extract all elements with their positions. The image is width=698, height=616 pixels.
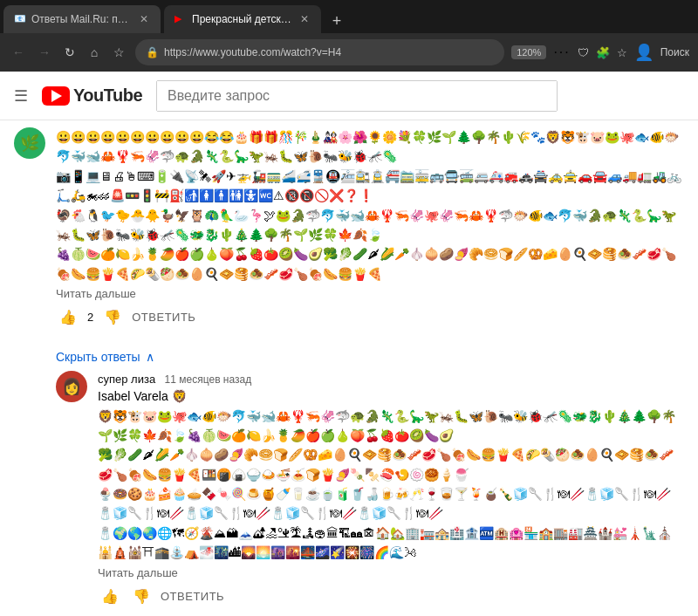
top-comment-emoji-row-2: 📷📱💻🖥🖨🖱⌨🔋🔌📡🛰🚀✈🚁🚂🚃🚄🚅🚆🚇🚈🚉🚊🚝🚞🚋🚌🚍🚎🚐🚑🚒🚓🚔🚕🚖🚗🚘🚙🚚… — [56, 167, 684, 206]
home-button[interactable]: ⌂ — [86, 42, 103, 63]
search-bar[interactable] — [156, 80, 558, 112]
tab-label-1: Ответы Mail.Ru: переход по с... — [31, 13, 133, 25]
reply-1-actions: 👍 👎 ОТВЕТИТЬ — [98, 585, 684, 608]
star-icon: ☆ — [617, 46, 627, 59]
tab-label-2: Прекрасный детский фильм ... — [192, 13, 293, 25]
tab-favicon-2: ▶ — [174, 13, 187, 25]
reply-1-header: супер лиза 11 месяцев назад — [98, 371, 684, 387]
url-text: https://www.youtube.com/watch?v=H4 — [164, 46, 494, 58]
reply-1-dislike-button[interactable]: 👎 — [129, 585, 154, 608]
top-comment-actions: 👍 2 👎 ОТВЕТИТЬ — [56, 305, 684, 329]
hide-replies-button[interactable]: Скрыть ответы ∧ — [14, 343, 684, 371]
hide-replies-label: Скрыть ответы — [56, 350, 140, 364]
reply-1-emoji-row-2: 🥦🥬🥒🌶🌽🥕🧄🧅🥔🍠🥐🥯🍞🥖🥨🧀🥚🍳🧇🥞🧆🥓🥩🍗🍖🌭🍔🍟🍕🌮🌯🥙🧆🥚🍳🧇🥞🧆🥓🥩… — [98, 445, 684, 484]
tab-favicon-1: 📧 — [14, 13, 26, 25]
reply-1-author: супер лиза — [98, 373, 155, 386]
thumbs-down-icon: 👎 — [133, 588, 150, 605]
top-comment-like-button[interactable]: 👍 — [56, 305, 80, 329]
thumbs-down-icon: 👎 — [104, 309, 121, 325]
comments-section: 🌿 😀😀😀😀😀😀😀😀😀😀😂😂🎂🎁🎁🎊🎋🎍🎎🌸🌺🌻🌼💐🍀🌿🌱🌲🌳🌴🌵🌾🐾🦁🐯🐮🐷🐸… — [0, 120, 698, 616]
top-comment: 🌿 😀😀😀😀😀😀😀😀😀😀😂😂🎂🎁🎁🎊🎋🎍🎎🌸🌺🌻🌼💐🍀🌿🌱🌲🌳🌴🌵🌾🐾🦁🐯🐮🐷🐸… — [14, 127, 684, 329]
top-comment-emoji-row-1: 😀😀😀😀😀😀😀😀😀😀😂😂🎂🎁🎁🎊🎋🎍🎎🌸🌺🌻🌼💐🍀🌿🌱🌲🌳🌴🌵🌾🐾🦁🐯🐮🐷🐸🐙🐟… — [56, 127, 684, 167]
youtube-logo-icon — [42, 86, 70, 106]
chevron-up-icon: ∧ — [146, 350, 154, 364]
menu-button[interactable]: ☰ — [14, 86, 28, 106]
youtube-header: ☰ YouTube — [0, 72, 698, 120]
reply-1-content: супер лиза 11 месяцев назад Isabel Varel… — [98, 371, 684, 608]
top-comment-reply-button[interactable]: ОТВЕТИТЬ — [132, 311, 195, 324]
top-comment-read-more[interactable]: Читать дальше — [56, 287, 684, 300]
tab-active[interactable]: ▶ Прекрасный детский фильм ... ✕ — [164, 5, 321, 33]
search-input[interactable] — [157, 81, 557, 111]
reply-1-text-prefix: Isabel Varela 🦁 — [98, 387, 684, 406]
tab-bar: 📧 Ответы Mail.Ru: переход по с... ✕ ▶ Пр… — [0, 0, 698, 33]
top-comment-like-count: 2 — [87, 311, 93, 324]
reply-1-like-button[interactable]: 👍 — [98, 585, 122, 608]
reply-1-emoji-row-4: 🧂🌍🌎🌏🌐🗺🧭🌋⛰🏔🗻🏕🏖🏜🏝🏞🏟🏛🏗🏘🏚🏠🏡🏢🏣🏤🏥🏦🏧🏨🏩🏪🏫🏬🏭🏯🏰💒🗼🗽… — [98, 524, 684, 563]
bookmark-button[interactable]: ☆ — [110, 42, 128, 63]
reply-1-reply-button[interactable]: ОТВЕТИТЬ — [161, 590, 224, 603]
tab-close-2[interactable]: ✕ — [298, 11, 311, 27]
forward-button[interactable]: → — [35, 42, 54, 63]
url-bar[interactable]: 🔒 https://www.youtube.com/watch?v=H4 — [135, 39, 504, 65]
reply-1-avatar: 👩 — [56, 371, 87, 402]
top-comment-emoji-row-3: 🦃🐔🐧🐦🐤🐣🐥🦆🦅🦉🦚🦜🦢🦩🕊🐸🐊🦈🐬🐳🐋🦀🦞🦐🦑🐙🦑🦐🦀🦞🦈🐡🐠🐟🐬🐳🐊🐢🦎🐍… — [56, 206, 684, 245]
address-bar: ← → ↻ ⌂ ☆ 🔒 https://www.youtube.com/watc… — [0, 33, 698, 72]
more-options-button[interactable]: ··· — [553, 44, 570, 60]
youtube-logo[interactable]: YouTube — [42, 86, 142, 106]
top-comment-dislike-button[interactable]: 👎 — [100, 305, 125, 329]
refresh-button[interactable]: ↻ — [61, 42, 79, 63]
thumbs-up-icon: 👍 — [59, 309, 77, 325]
thumbs-up-icon: 👍 — [101, 588, 119, 605]
tab-inactive[interactable]: 📧 Ответы Mail.Ru: переход по с... ✕ — [3, 5, 161, 33]
browser-window: 📧 Ответы Mail.Ru: переход по с... ✕ ▶ Пр… — [0, 0, 698, 72]
lock-icon: 🔒 — [146, 46, 159, 58]
back-button[interactable]: ← — [9, 42, 28, 63]
top-comment-avatar: 🌿 — [14, 127, 45, 159]
top-comment-emoji-row-4: 🍇🍈🍉🍊🍋🍌🍍🥭🍎🍏🍐🍑🍒🍓🍅🥝🍆🥑🥦🥬🥒🌶🌽🥕🧄🧅🥔🍠🥐🥯🍞🥖🥨🧀🥚🍳🧇🥞🧆🥓… — [56, 244, 684, 284]
tab-close-1[interactable]: ✕ — [138, 11, 150, 27]
reply-1-emoji-row-3: 🍨🍩🍪🎂🍰🧁🥧🍫🍬🍭🍮🍯🍼🥛☕🍵🧃🥤🍶🍺🍻🥂🍷🥃🍸🍹🧉🍾🧊🥄🍴🍽🥢🧂🧊🥄🍴🍽🥢🧂… — [98, 484, 684, 524]
replies-container: 👩 супер лиза 11 месяцев назад Isabel Var… — [14, 371, 684, 616]
reply-1-emoji-row-1: 🦁🐯🐮🐷🐸🐙🐟🐠🐡🐬🐳🐋🦀🦞🦐🦑🦈🐢🐊🦎🐍🦕🦖🦗🐛🦋🐌🐜🐝🐞🦟🦠🐲🐉🌵🎄🌲🌳🌴🌱… — [98, 407, 684, 446]
shield-icon: 🛡 — [578, 46, 589, 59]
profile-icon: 👤 — [634, 43, 654, 62]
search-label: Поиск — [660, 46, 689, 58]
new-tab-button[interactable]: + — [325, 9, 349, 33]
top-comment-content: 😀😀😀😀😀😀😀😀😀😀😂😂🎂🎁🎁🎊🎋🎍🎎🌸🌺🌻🌼💐🍀🌿🌱🌲🌳🌴🌵🌾🐾🦁🐯🐮🐷🐸🐙🐟… — [56, 127, 684, 329]
zoom-level: 120% — [511, 45, 546, 59]
reply-1-time: 11 месяцев назад — [165, 373, 252, 386]
youtube-logo-text: YouTube — [73, 86, 142, 106]
reply-1-read-more[interactable]: Читать дальше — [98, 566, 684, 579]
reply-1: 👩 супер лиза 11 месяцев назад Isabel Var… — [56, 371, 684, 608]
extensions-icon: 🧩 — [596, 46, 610, 59]
